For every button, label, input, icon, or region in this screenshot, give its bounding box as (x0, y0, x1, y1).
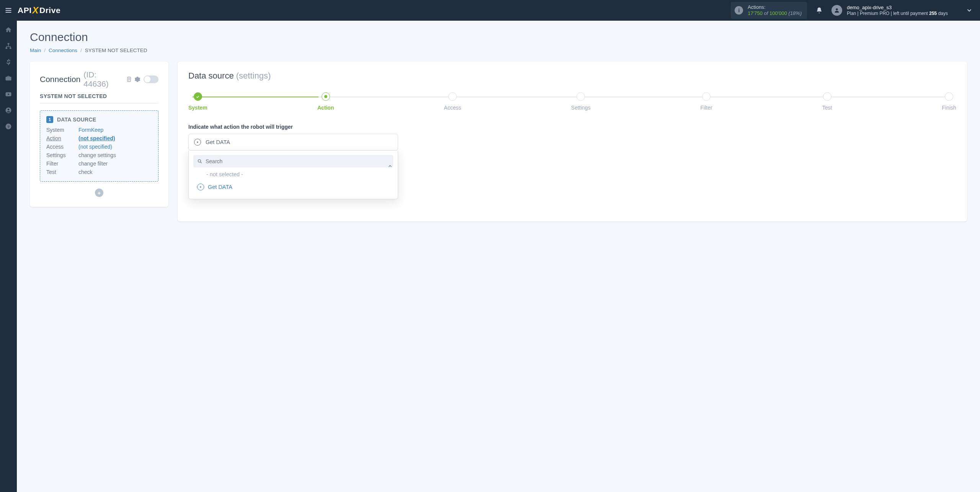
row-system-val[interactable]: FormKeep (78, 127, 152, 133)
topbar: APIXDrive i Actions: 17'750 of 100'000 (… (0, 0, 980, 21)
briefcase-icon (5, 75, 12, 82)
breadcrumb-sep: / (44, 48, 46, 53)
data-source-title: DATA SOURCE (57, 116, 96, 123)
user-name: demo_apix-drive_s3 (847, 5, 948, 11)
sidebar-work[interactable] (5, 74, 12, 82)
row-action-key: Action (46, 135, 78, 141)
sitemap-icon (5, 43, 12, 49)
hamburger-icon (5, 7, 12, 14)
document-icon (126, 76, 132, 82)
settings-title: Data source (settings) (188, 71, 956, 81)
action-select[interactable]: Get DATA (188, 134, 398, 151)
row-test-key: Test (46, 169, 78, 175)
connection-summary-card: Connection (ID: 44636) SYSTEM NOT SELECT… (30, 62, 168, 207)
row-settings-key: Settings (46, 152, 78, 158)
settings-button[interactable] (134, 76, 140, 82)
data-source-box[interactable]: 1 DATA SOURCE System FormKeep Action (no… (40, 110, 158, 182)
connection-title: Connection (40, 75, 80, 84)
notifications-button[interactable] (814, 5, 825, 16)
svg-rect-4 (8, 43, 10, 45)
step-test[interactable]: Test (822, 92, 832, 111)
row-system-key: System (46, 127, 78, 133)
action-dropdown: - not selected - Get DATA (188, 151, 398, 199)
svg-line-19 (200, 162, 201, 163)
actions-label: Actions: (748, 4, 802, 10)
user-circle-icon (5, 107, 12, 114)
search-icon (197, 159, 203, 164)
menu-toggle[interactable] (3, 5, 14, 16)
chevron-down-icon (966, 7, 973, 14)
sidebar: ? (0, 21, 17, 492)
play-circle-icon (197, 184, 204, 190)
svg-text:?: ? (7, 125, 10, 129)
breadcrumb-sep: / (80, 48, 82, 53)
user-menu[interactable]: demo_apix-drive_s3 Plan | Premium PRO | … (831, 5, 975, 16)
add-destination-button[interactable]: + (95, 189, 103, 197)
action-field-label: Indicate what action the robot will trig… (188, 124, 956, 130)
breadcrumb-connections[interactable]: Connections (49, 48, 77, 53)
step-finish[interactable]: Finish (942, 92, 956, 111)
step-access[interactable]: Access (444, 92, 461, 111)
option-get-data[interactable]: Get DATA (193, 180, 393, 193)
connection-id: (ID: 44636) (83, 70, 122, 89)
avatar (831, 5, 842, 16)
sidebar-home[interactable] (5, 26, 12, 34)
svg-rect-5 (6, 48, 8, 49)
copy-button[interactable] (126, 76, 132, 82)
stepper: System Action Access Settings Filter (188, 92, 956, 111)
user-plan: Plan | Premium PRO | left until payment … (847, 11, 948, 16)
page-title: Connection (30, 31, 967, 44)
step-filter[interactable]: Filter (701, 92, 712, 111)
youtube-icon (5, 91, 12, 98)
sidebar-account[interactable] (5, 107, 12, 114)
sidebar-help[interactable]: ? (5, 123, 12, 130)
row-access-val[interactable]: (not specified) (78, 144, 152, 150)
option-not-selected[interactable]: - not selected - (193, 167, 393, 180)
breadcrumb-current: SYSTEM NOT SELECTED (85, 48, 147, 53)
info-icon: i (735, 6, 743, 15)
home-icon (5, 26, 12, 33)
svg-point-10 (8, 109, 10, 111)
breadcrumb-main[interactable]: Main (30, 48, 41, 53)
user-menu-chevron[interactable] (964, 5, 975, 16)
search-input[interactable] (206, 158, 389, 164)
connection-subtitle: SYSTEM NOT SELECTED (40, 93, 158, 103)
enable-toggle[interactable] (144, 75, 158, 83)
sidebar-billing[interactable] (5, 58, 12, 66)
row-filter-val[interactable]: change filter (78, 161, 152, 167)
sidebar-connections[interactable] (5, 42, 12, 50)
row-access-key: Access (46, 144, 78, 150)
help-icon: ? (5, 123, 12, 130)
bell-icon (816, 7, 823, 14)
action-select-value: Get DATA (206, 139, 230, 145)
svg-point-3 (836, 8, 838, 10)
data-source-badge: 1 (46, 116, 53, 123)
dollar-icon (5, 59, 12, 66)
step-action[interactable]: Action (317, 92, 334, 111)
svg-marker-17 (197, 141, 199, 143)
row-settings-val[interactable]: change settings (78, 152, 152, 158)
user-icon (834, 7, 840, 13)
gear-icon (134, 76, 140, 82)
row-action-val[interactable]: (not specified) (78, 135, 152, 141)
dropdown-search[interactable] (193, 155, 393, 167)
breadcrumb: Main / Connections / SYSTEM NOT SELECTED (30, 48, 967, 53)
step-system[interactable]: System (188, 92, 207, 111)
svg-point-18 (198, 159, 201, 162)
svg-rect-6 (10, 48, 11, 49)
sidebar-video[interactable] (5, 90, 12, 98)
svg-marker-20 (200, 186, 202, 188)
play-circle-icon (194, 139, 201, 146)
row-filter-key: Filter (46, 161, 78, 167)
row-test-val[interactable]: check (78, 169, 152, 175)
actions-value: 17'750 of 100'000 (18%) (748, 10, 802, 16)
data-source-settings-card: Data source (settings) System Action Acc… (178, 62, 967, 221)
logo[interactable]: APIXDrive (18, 5, 60, 16)
chevron-up-icon (387, 163, 393, 170)
actions-counter[interactable]: i Actions: 17'750 of 100'000 (18%) (731, 2, 807, 18)
step-settings[interactable]: Settings (571, 92, 591, 111)
